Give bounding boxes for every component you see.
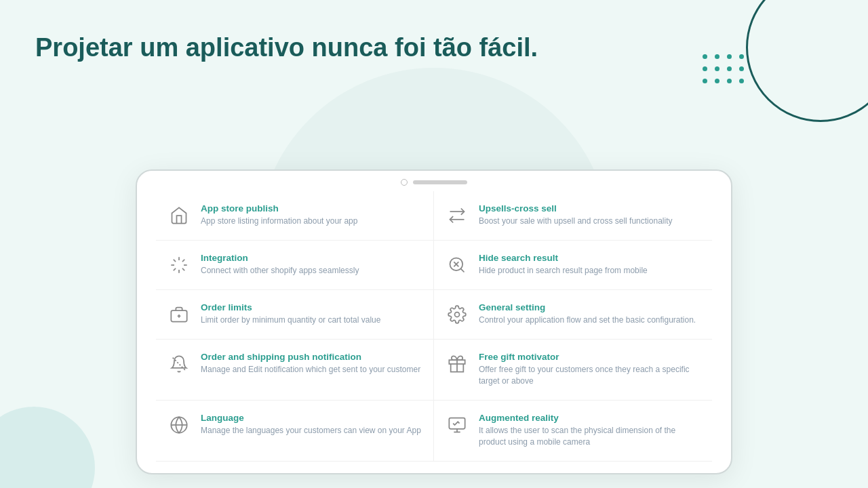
hide-search-icon xyxy=(445,253,469,277)
menu-title-language: Language xyxy=(201,413,422,423)
menu-title-integration: Integration xyxy=(201,253,422,263)
gift-icon xyxy=(445,352,469,376)
menu-desc-order-notification: Manage and Edit notification which get s… xyxy=(201,364,422,375)
menu-desc-free-gift: Offer free gift to your customers once t… xyxy=(479,364,701,388)
tablet-camera xyxy=(401,179,408,186)
menu-text-hide-search: Hide search result Hide product in searc… xyxy=(479,253,701,277)
menu-text-order-notification: Order and shipping push notification Man… xyxy=(201,352,422,375)
svg-point-7 xyxy=(455,312,460,317)
dots-decoration xyxy=(703,54,746,85)
menu-text-general-setting: General setting Control your application… xyxy=(479,302,701,326)
menu-text-order-limits: Order limits Limit order by minimum quan… xyxy=(201,302,422,326)
menu-title-app-store-publish: App store publish xyxy=(201,203,422,214)
language-icon xyxy=(167,413,191,437)
menu-text-app-store-publish: App store publish App store listing info… xyxy=(201,203,422,227)
menu-desc-integration: Connect with other shopify apps seamless… xyxy=(201,265,422,277)
page-heading: Projetar um aplicativo nunca foi tão fác… xyxy=(35,33,538,64)
menu-text-free-gift: Free gift motivator Offer free gift to y… xyxy=(479,352,701,388)
tablet-content: App store publish App store listing info… xyxy=(137,191,731,474)
settings-icon xyxy=(445,302,469,327)
tablet-bar xyxy=(413,180,467,184)
menu-item-hide-search[interactable]: Hide search result Hide product in searc… xyxy=(434,241,712,290)
menu-title-free-gift: Free gift motivator xyxy=(479,352,701,362)
bg-circle-bottom-left xyxy=(0,407,95,488)
ar-icon xyxy=(445,413,469,437)
integration-icon xyxy=(167,253,191,277)
menu-item-free-gift[interactable]: Free gift motivator Offer free gift to y… xyxy=(434,340,712,401)
menu-title-augmented-reality: Augmented reality xyxy=(479,413,701,423)
menu-item-language[interactable]: Language Manage the languages your custo… xyxy=(156,401,434,462)
menu-title-order-notification: Order and shipping push notification xyxy=(201,352,422,362)
menu-desc-upsells: Boost your sale with upsell and cross se… xyxy=(479,216,701,227)
svg-line-1 xyxy=(460,268,464,272)
bg-circle-top-right xyxy=(746,0,868,122)
menu-title-hide-search: Hide search result xyxy=(479,253,701,263)
menu-item-general-setting[interactable]: General setting Control your application… xyxy=(434,290,712,340)
menu-desc-order-limits: Limit order by minimum quantity or cart … xyxy=(201,314,422,326)
notification-icon xyxy=(167,352,191,376)
menu-title-order-limits: Order limits xyxy=(201,302,422,312)
menu-item-integration[interactable]: Integration Connect with other shopify a… xyxy=(156,241,434,290)
menu-desc-app-store-publish: App store listing information about your… xyxy=(201,216,422,227)
menu-text-upsells: Upsells-cross sell Boost your sale with … xyxy=(479,203,701,227)
tablet-top-bar xyxy=(137,171,731,191)
upsell-icon xyxy=(445,203,469,228)
tablet-mockup: App store publish App store listing info… xyxy=(136,169,732,474)
menu-item-augmented-reality[interactable]: Augmented reality It allows the user to … xyxy=(434,401,712,462)
menu-item-order-notification[interactable]: Order and shipping push notification Man… xyxy=(156,340,434,401)
menu-title-upsells: Upsells-cross sell xyxy=(479,203,701,214)
menu-item-order-limits[interactable]: Order limits Limit order by minimum quan… xyxy=(156,290,434,340)
menu-text-augmented-reality: Augmented reality It allows the user to … xyxy=(479,413,701,449)
menu-grid: App store publish App store listing info… xyxy=(156,191,712,462)
menu-text-language: Language Manage the languages your custo… xyxy=(201,413,422,436)
menu-text-integration: Integration Connect with other shopify a… xyxy=(201,253,422,277)
menu-desc-general-setting: Control your application flow and set th… xyxy=(479,314,701,326)
menu-desc-hide-search: Hide product in search result page from … xyxy=(479,265,701,277)
store-icon xyxy=(167,203,191,228)
menu-desc-augmented-reality: It allows the user to scan the physical … xyxy=(479,425,701,449)
menu-desc-language: Manage the languages your customers can … xyxy=(201,425,422,436)
menu-item-upsells-cross-sell[interactable]: Upsells-cross sell Boost your sale with … xyxy=(434,191,712,241)
menu-title-general-setting: General setting xyxy=(479,302,701,312)
order-limits-icon xyxy=(167,302,191,327)
menu-item-app-store-publish[interactable]: App store publish App store listing info… xyxy=(156,191,434,241)
